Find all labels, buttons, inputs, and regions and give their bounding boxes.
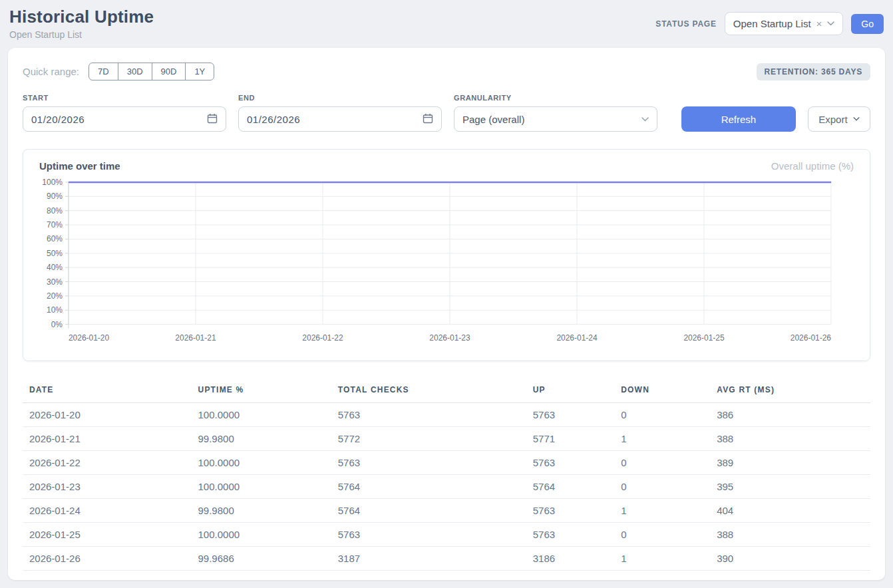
uptime-table: DATEUPTIME %TOTAL CHECKSUPDOWNAVG RT (MS…: [23, 378, 870, 571]
svg-text:60%: 60%: [47, 234, 63, 243]
granularity-value: Page (overall): [462, 114, 524, 125]
table-cell: 0: [614, 402, 710, 426]
svg-text:20%: 20%: [47, 291, 63, 301]
svg-text:90%: 90%: [47, 192, 63, 201]
chevron-down-icon: [827, 21, 834, 26]
table-header: DATEUPTIME %TOTAL CHECKSUPDOWNAVG RT (MS…: [23, 378, 870, 403]
start-label: START: [23, 94, 226, 102]
table-cell: 5763: [331, 402, 526, 426]
table-row: 2026-01-2199.9800577257711388: [23, 426, 870, 450]
table-cell: 1: [614, 426, 710, 450]
table-cell: 0: [614, 474, 710, 498]
start-date-input[interactable]: 01/20/2026: [23, 106, 226, 132]
granularity-field: GRANULARITY Page (overall): [454, 94, 657, 132]
table-cell: 2026-01-21: [23, 426, 192, 450]
table-cell: 2026-01-25: [23, 522, 192, 546]
table-cell: 5763: [526, 498, 614, 522]
quick-range-30d[interactable]: 30D: [118, 63, 152, 80]
svg-text:2026-01-22: 2026-01-22: [302, 333, 343, 343]
svg-text:10%: 10%: [47, 305, 63, 315]
table-body: 2026-01-20100.00005763576303862026-01-21…: [23, 402, 870, 570]
chart-legend: Overall uptime (%): [771, 160, 854, 172]
table-cell: 404: [710, 498, 870, 522]
column-header: TOTAL CHECKS: [331, 378, 526, 403]
column-header: DOWN: [614, 378, 710, 403]
quick-range-row: Quick range: 7D30D90D1Y RETENTION: 365 D…: [23, 63, 870, 80]
svg-text:2026-01-24: 2026-01-24: [556, 333, 598, 343]
svg-text:100%: 100%: [42, 178, 63, 187]
chevron-down-icon: [853, 117, 860, 121]
table-cell: 395: [710, 474, 870, 498]
calendar-icon[interactable]: [207, 113, 218, 126]
table-cell: 5763: [331, 522, 526, 546]
main-panel: Quick range: 7D30D90D1Y RETENTION: 365 D…: [8, 48, 885, 580]
table-cell: 3187: [331, 546, 526, 570]
end-date-value: 01/26/2026: [247, 114, 300, 125]
chart-title: Uptime over time: [39, 160, 120, 172]
table-row: 2026-01-20100.0000576357630386: [23, 402, 870, 426]
column-header: UP: [526, 378, 614, 403]
page-title: Historical Uptime: [9, 7, 154, 27]
quick-range-1y[interactable]: 1Y: [185, 63, 214, 80]
granularity-select[interactable]: Page (overall): [454, 106, 657, 132]
table-cell: 2026-01-22: [23, 450, 192, 474]
granularity-label: GRANULARITY: [454, 94, 657, 102]
calendar-icon[interactable]: [423, 113, 433, 126]
table-cell: 99.9686: [192, 546, 331, 570]
status-page-select[interactable]: Open Startup List ×: [725, 12, 844, 35]
table-cell: 2026-01-20: [23, 402, 192, 426]
start-date-value: 01/20/2026: [31, 114, 85, 125]
table-cell: 99.9800: [192, 426, 331, 450]
svg-text:30%: 30%: [47, 277, 63, 287]
header-controls: STATUS PAGE Open Startup List × Go: [655, 12, 884, 35]
table-cell: 389: [710, 450, 870, 474]
chevron-down-icon: [641, 117, 649, 122]
table-cell: 5764: [526, 474, 614, 498]
table-cell: 5771: [526, 426, 614, 450]
table-cell: 100.0000: [192, 402, 331, 426]
table-cell: 0: [614, 450, 710, 474]
retention-badge: RETENTION: 365 DAYS: [757, 63, 870, 80]
table-cell: 5763: [331, 450, 526, 474]
table-cell: 386: [710, 402, 870, 426]
export-button[interactable]: Export: [808, 106, 870, 132]
table-cell: 388: [710, 522, 870, 546]
refresh-button[interactable]: Refresh: [681, 106, 796, 132]
svg-text:80%: 80%: [47, 206, 63, 216]
column-header: DATE: [23, 378, 192, 403]
table-cell: 100.0000: [192, 474, 331, 498]
quick-range-90d[interactable]: 90D: [152, 63, 186, 80]
table-row: 2026-01-22100.0000576357630389: [23, 450, 870, 474]
page-subtitle: Open Startup List: [9, 29, 154, 40]
table-cell: 100.0000: [192, 522, 331, 546]
table-cell: 1: [614, 546, 710, 570]
svg-text:50%: 50%: [47, 249, 63, 258]
table-cell: 1: [614, 498, 710, 522]
column-header: UPTIME %: [192, 378, 331, 403]
svg-text:2026-01-23: 2026-01-23: [429, 333, 470, 343]
table-cell: 3186: [526, 546, 614, 570]
status-page-label: STATUS PAGE: [655, 19, 716, 29]
quick-range-7d[interactable]: 7D: [89, 63, 118, 80]
table-row: 2026-01-2699.9686318731861390: [23, 546, 870, 570]
table-cell: 390: [710, 546, 870, 570]
end-date-input[interactable]: 01/26/2026: [238, 106, 442, 132]
table-row: 2026-01-23100.0000576457640395: [23, 474, 870, 498]
table-cell: 5764: [331, 498, 526, 522]
start-date-field: START 01/20/2026: [23, 94, 226, 132]
table-cell: 0: [614, 522, 710, 546]
clear-selection-icon[interactable]: ×: [816, 19, 822, 29]
table-cell: 5763: [526, 402, 614, 426]
svg-text:2026-01-26: 2026-01-26: [791, 333, 832, 343]
export-label: Export: [818, 114, 847, 125]
column-header: AVG RT (MS): [710, 378, 870, 403]
table-cell: 99.9800: [192, 498, 331, 522]
svg-text:2026-01-21: 2026-01-21: [175, 333, 216, 343]
svg-text:0%: 0%: [51, 320, 63, 329]
svg-text:2026-01-20: 2026-01-20: [69, 333, 110, 343]
table-cell: 5763: [526, 450, 614, 474]
table-cell: 2026-01-26: [23, 546, 192, 570]
table-cell: 5772: [331, 426, 526, 450]
table-row: 2026-01-25100.0000576357630388: [23, 522, 870, 546]
go-button[interactable]: Go: [851, 14, 884, 34]
